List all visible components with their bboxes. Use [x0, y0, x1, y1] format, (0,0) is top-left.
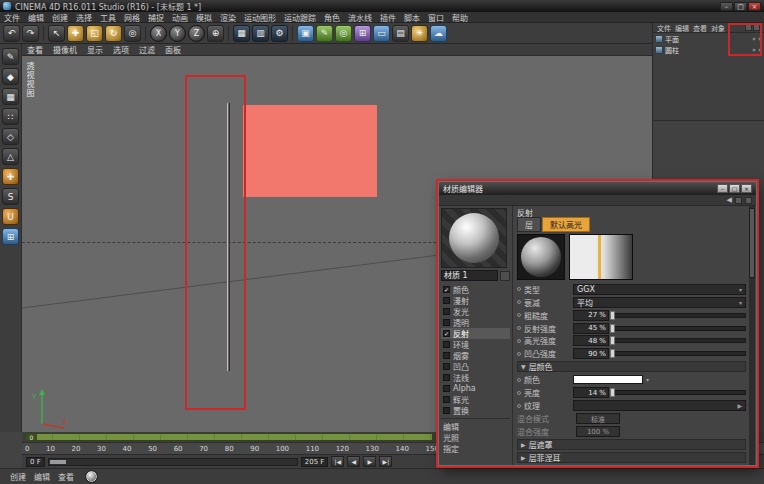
play-icon[interactable]: ▶	[363, 456, 376, 467]
mode-row-illumination[interactable]: 光照	[441, 432, 510, 443]
dialog-close-button[interactable]: ×	[741, 184, 752, 193]
y-axis-lock-button[interactable]: Y	[169, 25, 186, 42]
range-slider-handle[interactable]	[50, 460, 66, 464]
attenuation-dropdown[interactable]: 平均 ▾	[573, 297, 746, 308]
flag-plane-object[interactable]	[243, 105, 377, 197]
spline-pen-icon[interactable]: ✎	[316, 25, 333, 42]
channel-row-environment[interactable]: 环境	[441, 339, 510, 350]
channel-checkbox[interactable]	[443, 297, 450, 304]
model-mode-icon[interactable]: ◆	[2, 68, 19, 85]
mm-menu-view[interactable]: 查看	[54, 471, 78, 482]
object-row-plane[interactable]: 平面	[653, 33, 764, 44]
texture-picker-button[interactable]: ▶	[573, 400, 746, 411]
visibility-dots[interactable]	[752, 48, 762, 52]
channel-row-luminance[interactable]: 发光	[441, 306, 510, 317]
channel-checkbox[interactable]	[443, 407, 450, 414]
dialog-scrollbar[interactable]	[749, 206, 755, 465]
panel-option-icon[interactable]	[753, 24, 760, 31]
reflection-strength-slider[interactable]	[612, 326, 746, 331]
menu-simulate[interactable]: 模拟	[192, 12, 216, 23]
channel-row-displacement[interactable]: 置换	[441, 405, 510, 416]
roughness-slider[interactable]	[612, 313, 746, 318]
channel-row-reflectance[interactable]: 反射	[441, 328, 510, 339]
om-menu-view[interactable]: 查看	[691, 23, 709, 33]
menu-create[interactable]: 创建	[48, 12, 72, 23]
tab-default-specular[interactable]: 默认高光	[542, 217, 590, 232]
om-menu-file[interactable]: 文件	[655, 23, 673, 33]
render-view-icon[interactable]: ▦	[233, 25, 250, 42]
slider-knob[interactable]	[610, 336, 615, 345]
render-picture-viewer-icon[interactable]: ▥	[252, 25, 269, 42]
channel-checkbox[interactable]	[443, 396, 450, 403]
visibility-dot-icon[interactable]	[752, 37, 756, 41]
viewport-menu-options[interactable]: 选项	[108, 44, 134, 55]
menu-character[interactable]: 角色	[320, 12, 344, 23]
slider-knob[interactable]	[610, 388, 615, 397]
menu-mograph[interactable]: 运动图形	[240, 12, 280, 23]
redo-icon[interactable]: ↷	[22, 25, 39, 42]
viewport-menu-cameras[interactable]: 摄像机	[48, 44, 82, 55]
layer-color-section[interactable]: ▼ 层颜色	[517, 361, 746, 372]
make-editable-icon[interactable]: ✎	[2, 48, 19, 65]
undo-icon[interactable]: ↶	[3, 25, 20, 42]
maximize-button[interactable]: ▢	[734, 2, 747, 11]
mode-row-editor[interactable]: 编辑	[441, 421, 510, 432]
channel-row-glow[interactable]: 辉光	[441, 394, 510, 405]
channel-checkbox[interactable]	[443, 363, 450, 370]
anim-dot-icon[interactable]	[517, 300, 521, 304]
bump-strength-value-field[interactable]: 90 %	[573, 348, 609, 359]
rotate-tool-icon[interactable]: ↻	[105, 25, 122, 42]
menu-tools[interactable]: 工具	[96, 12, 120, 23]
sky-icon[interactable]: ☁	[430, 25, 447, 42]
menu-render[interactable]: 渲染	[216, 12, 240, 23]
channel-row-diffusion[interactable]: 漫射	[441, 295, 510, 306]
menu-edit[interactable]: 编辑	[24, 12, 48, 23]
menu-snap[interactable]: 捕捉	[144, 12, 168, 23]
timeline-range-bar[interactable]: 0	[25, 433, 433, 441]
channel-row-color[interactable]: 颜色	[441, 284, 510, 295]
slider-knob[interactable]	[610, 324, 615, 333]
anim-dot-icon[interactable]	[517, 352, 521, 356]
specular-strength-slider[interactable]	[612, 338, 746, 343]
anim-dot-icon[interactable]	[517, 391, 521, 395]
anim-dot-icon[interactable]	[517, 339, 521, 343]
color-swatch[interactable]	[573, 375, 643, 384]
viewport-menu-filter[interactable]: 过滤	[134, 44, 160, 55]
menu-animate[interactable]: 动画	[168, 12, 192, 23]
viewport-solo-icon[interactable]: S	[2, 188, 19, 205]
specular-strength-value-field[interactable]: 48 %	[573, 335, 609, 346]
dialog-minimize-button[interactable]: –	[717, 184, 728, 193]
panel-option-icon[interactable]	[745, 24, 752, 31]
previous-frame-icon[interactable]: ◀	[347, 456, 360, 467]
layer-fresnel-section[interactable]: ▶ 层菲涅耳	[517, 452, 746, 463]
om-menu-objects[interactable]: 对象	[709, 23, 727, 33]
channel-row-bump[interactable]: 凹凸	[441, 361, 510, 372]
enable-axis-icon[interactable]: ✚	[2, 168, 19, 185]
mode-row-assign[interactable]: 指定	[441, 443, 510, 454]
layer-curve-preview[interactable]	[569, 234, 633, 280]
coordinate-system-icon[interactable]: ⊕	[207, 25, 224, 42]
mm-menu-edit[interactable]: 编辑	[30, 471, 54, 482]
add-cube-icon[interactable]: ▣	[297, 25, 314, 42]
dialog-maximize-button[interactable]: ▢	[729, 184, 740, 193]
material-thumbnail[interactable]	[86, 471, 97, 482]
anim-dot-icon[interactable]	[517, 378, 521, 382]
type-dropdown[interactable]: GGX ▾	[573, 284, 746, 295]
material-editor-titlebar[interactable]: 材质编辑器 – ▢ ×	[439, 182, 756, 195]
channel-checkbox[interactable]	[443, 308, 450, 315]
material-name-field[interactable]: 材质 1	[441, 270, 498, 281]
visibility-dot-icon[interactable]	[758, 48, 762, 52]
range-slider[interactable]	[48, 458, 298, 466]
menu-window[interactable]: 窗口	[424, 12, 448, 23]
viewport-menu-view[interactable]: 查看	[22, 44, 48, 55]
layout-columns-icon[interactable]	[745, 197, 752, 204]
viewport-menu-display[interactable]: 显示	[82, 44, 108, 55]
enable-snap-icon[interactable]: U	[2, 208, 19, 225]
object-row-cylinder[interactable]: 圆柱	[653, 44, 764, 55]
slider-knob[interactable]	[610, 311, 615, 320]
polygons-mode-icon[interactable]: △	[2, 148, 19, 165]
channel-row-alpha[interactable]: Alpha	[441, 383, 510, 394]
next-frame-icon[interactable]: ▶|	[379, 456, 392, 467]
range-start-field[interactable]: 0 F	[26, 457, 45, 467]
light-icon[interactable]: ☀	[411, 25, 428, 42]
